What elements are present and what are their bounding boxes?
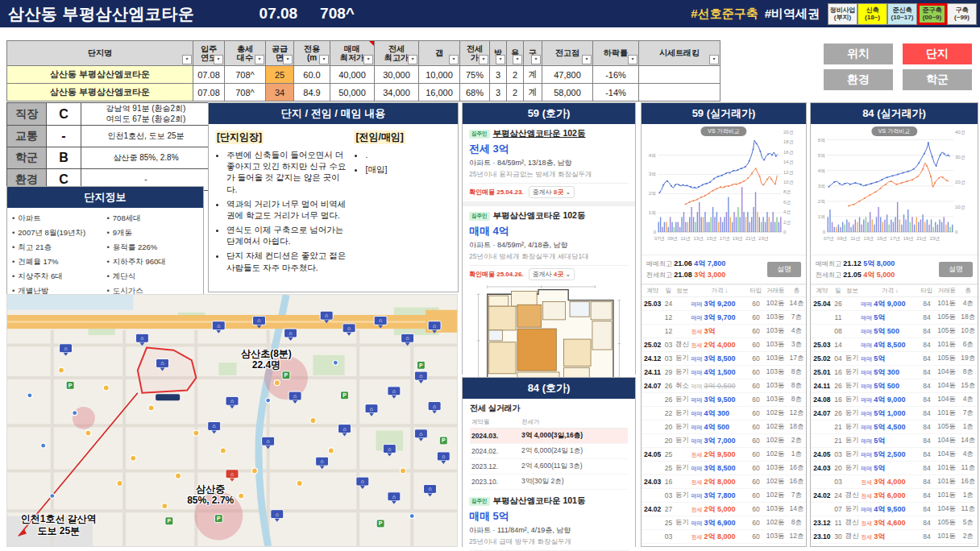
summary-col-header[interactable]: 전고점▾ xyxy=(542,41,593,66)
poi-marker[interactable] xyxy=(193,430,199,436)
chart-compare-pill[interactable]: VS 가격비교 xyxy=(871,126,917,136)
poi-marker[interactable] xyxy=(103,385,109,391)
summary-col-header[interactable]: 공급면▾ xyxy=(266,41,294,66)
summary-cell[interactable]: 84.9 xyxy=(294,84,330,102)
deal-row[interactable]: 23.1211갱신전세3억 4,60084105동5층 xyxy=(811,516,978,530)
summary-col-header[interactable]: 갭▾ xyxy=(419,41,460,66)
summary-col-header[interactable]: 매매최저가▾ xyxy=(330,41,375,66)
deal-row[interactable]: 26등기매매3억 9,50060103동8층 xyxy=(642,393,806,407)
summary-cell[interactable]: -16% xyxy=(593,66,639,84)
deal-row[interactable]: 24.0525전세2억 9,50060102동1층 xyxy=(642,448,806,462)
deal-col-header[interactable]: 정보 xyxy=(674,285,691,297)
deal-row[interactable]: 25.0204등기매매5억84105동19층 xyxy=(811,352,978,366)
deal-row[interactable]: 21등기매매5억84104동14층 xyxy=(811,434,978,448)
summary-cell[interactable]: 2 xyxy=(507,84,524,102)
deal-row[interactable]: 20등기매매3억 7,00060102동2층 xyxy=(642,434,806,448)
age-badge-준구축[interactable]: 준구축(00~9) xyxy=(917,3,947,25)
age-badge-준신축[interactable]: 준신축(10~17) xyxy=(887,3,917,25)
summary-cell[interactable]: 25 xyxy=(266,66,294,84)
poi-marker[interactable] xyxy=(50,494,55,499)
column-filter-icon[interactable]: ▾ xyxy=(628,55,637,64)
column-filter-icon[interactable]: ▾ xyxy=(283,55,293,64)
deal-row[interactable]: 24.1129등기매매4억 1,50060103동8층 xyxy=(642,366,806,379)
deal-row[interactable]: 24.0816등기매매4억 9,00084104동4층 xyxy=(811,393,978,407)
age-badge-정비사업[interactable]: 정비사업(부지) xyxy=(828,3,858,25)
deal-row[interactable]: 23등기매매5억 80084105동13층 xyxy=(811,544,978,548)
deal-row[interactable]: 12전세3억60103동4층 xyxy=(642,325,806,338)
column-filter-icon[interactable]: ▾ xyxy=(449,55,459,64)
deal-row[interactable]: 11매매5억84105동18층 xyxy=(811,311,978,325)
column-filter-icon[interactable]: ▾ xyxy=(255,55,264,64)
poi-marker[interactable] xyxy=(131,455,136,461)
summary-col-header[interactable]: 단지명▾ xyxy=(7,41,193,66)
column-filter-icon[interactable]: ▾ xyxy=(496,55,505,64)
deal-row[interactable]: 24.0320등기매매5억84101동11층 xyxy=(811,462,978,475)
parking-marker[interactable]: P xyxy=(214,515,222,523)
summary-cell[interactable]: 3 xyxy=(490,66,507,84)
deal-row[interactable]: 21등기매매5억 4,50084105동1층 xyxy=(811,420,978,434)
summary-col-header[interactable]: 전세최고가▾ xyxy=(375,41,419,66)
chart-detail-button[interactable]: 설명 xyxy=(939,262,973,277)
table-row[interactable]: 삼산동 부평삼산엠코타운07.08708^3484.950,00034,0001… xyxy=(7,84,720,102)
deal-row[interactable]: 24.1126등기매매5억 50084104동15층 xyxy=(811,379,978,393)
age-badge-구축[interactable]: 구축(~99) xyxy=(947,3,977,25)
agents-dropdown[interactable]: 중개사 8곳 ⌄ xyxy=(529,186,575,198)
nav-button-환경[interactable]: 환경 xyxy=(824,69,893,90)
neighborhood-map[interactable]: ⌂⌂⌂⌂⌂⌂⌂⌂⌂⌂⌂⌂⌂⌂⌂⌂⌂⌂⌂⌂⌂⌂⌂⌂⌂⌂⌂⌂⌂PPPPPPPP삼산초… xyxy=(6,294,458,547)
summary-cell[interactable]: 34,000 xyxy=(375,84,419,102)
parking-marker[interactable]: P xyxy=(66,381,74,389)
column-filter-icon[interactable]: ▾ xyxy=(408,55,417,64)
deal-col-header[interactable]: 계약 xyxy=(811,285,833,297)
summary-cell[interactable]: 34 xyxy=(266,84,294,102)
summary-cell[interactable]: 삼산동 부평삼산엠코타운 xyxy=(7,84,193,102)
summary-cell[interactable]: 삼산동 부평삼산엠코타운 xyxy=(7,66,193,84)
poi-marker[interactable] xyxy=(297,481,302,487)
deal-row[interactable]: 24.0503등기매매5억 2,50084104동4층 xyxy=(811,448,978,462)
summary-cell[interactable]: 75% xyxy=(460,66,490,84)
deal-row[interactable]: 20등기매매4억 50060102동18층 xyxy=(642,420,806,434)
column-filter-icon[interactable]: ▾ xyxy=(363,55,373,64)
summary-cell[interactable] xyxy=(639,66,720,84)
summary-col-header[interactable]: 총세대수▾ xyxy=(225,41,266,66)
deal-row[interactable]: 25등기매매3억 8,50060103동16층 xyxy=(642,462,806,475)
column-filter-icon[interactable]: ▾ xyxy=(182,55,192,64)
poi-marker[interactable] xyxy=(85,430,91,436)
deal-row[interactable]: 12매매3억 9,70060103동7층 xyxy=(642,311,806,325)
nav-button-단지[interactable]: 단지 xyxy=(903,44,972,64)
deal-col-header[interactable]: 계약 xyxy=(642,285,663,297)
summary-cell[interactable]: 50,000 xyxy=(330,84,375,102)
summary-cell[interactable]: 58,000 xyxy=(542,84,593,102)
rent-history-row[interactable]: 2024.02.2억 6,000(24일 1층) xyxy=(470,444,628,459)
deal-row[interactable]: 24.0316전세2억 8,00060102동16층 xyxy=(642,475,806,489)
summary-col-header[interactable]: 방▾ xyxy=(490,41,507,66)
deal-col-header[interactable]: 가격 ↓ xyxy=(691,285,748,297)
deal-col-header[interactable]: 거래동 xyxy=(935,285,959,297)
parking-marker[interactable]: P xyxy=(165,517,173,525)
poi-marker[interactable] xyxy=(220,448,226,454)
summary-col-header[interactable]: 전세가▾ xyxy=(460,41,490,66)
summary-cell[interactable]: 47,800 xyxy=(542,66,593,84)
summary-cell[interactable]: 708^ xyxy=(225,66,266,84)
deal-row[interactable]: 23.1030갱신전세3억84101동2층 xyxy=(811,530,978,544)
listing-card[interactable]: 집주인부평삼산엠코타운 102동전세 3억아파트 · 84/59m², 13/1… xyxy=(463,124,635,206)
deal-row[interactable]: 08매매5억 50084105동10층 xyxy=(811,325,978,338)
summary-col-header[interactable]: 입주연도▾ xyxy=(193,41,225,66)
summary-col-header[interactable]: 전용(m▾ xyxy=(294,41,330,66)
summary-cell[interactable]: -14% xyxy=(593,84,639,102)
summary-cell[interactable]: 계 xyxy=(524,84,542,102)
deal-row[interactable]: 07등기매매4억 9,50084104동11층 xyxy=(811,503,978,516)
rent-history-row[interactable]: 2024.03.3억 4,000(3일,16층) xyxy=(470,429,628,444)
poi-marker[interactable] xyxy=(176,473,181,478)
summary-cell[interactable]: 40,000 xyxy=(330,66,375,84)
deal-col-header[interactable]: 층 xyxy=(787,285,806,297)
poi-marker[interactable] xyxy=(58,367,64,373)
poi-marker[interactable] xyxy=(117,481,122,487)
poi-marker[interactable] xyxy=(162,503,168,509)
poi-marker[interactable] xyxy=(328,448,334,454)
deal-row[interactable]: 25.0324매매3억 9,20060102동14층 xyxy=(642,297,806,311)
summary-col-header[interactable]: 구▾ xyxy=(524,41,542,66)
listing-title[interactable]: 부평삼산엠코타운 101동 xyxy=(493,495,586,507)
poi-marker[interactable] xyxy=(148,405,154,411)
deal-row[interactable]: 24.1203등기매매3억 8,50060103동17층 xyxy=(642,352,806,366)
table-row[interactable]: 삼산동 부평삼산엠코타운07.08708^2560.040,00030,0001… xyxy=(7,66,720,84)
